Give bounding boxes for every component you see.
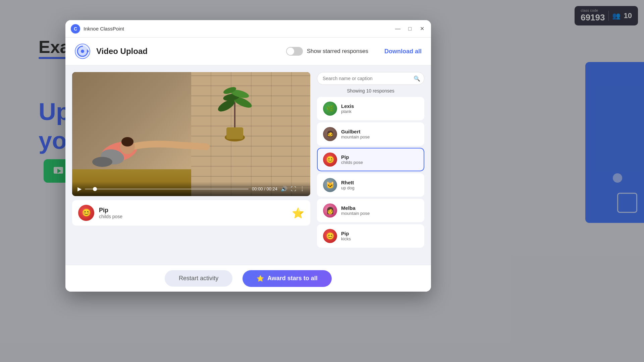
response-name: Lexis — [341, 103, 354, 109]
video-player[interactable]: ▶ 00:00 / 00:24 🔊 ⛶ ⋮ — [72, 72, 310, 196]
progress-dot — [93, 187, 97, 191]
video-controls: ▶ 00:00 / 00:24 🔊 ⛶ ⋮ — [72, 182, 310, 196]
response-caption: up dog — [341, 185, 355, 190]
download-all-button[interactable]: Download all — [384, 48, 422, 55]
responses-list: 🌿Lexisplank🧔Guilbertmountain pose😊Pipchi… — [317, 97, 424, 266]
starred-toggle[interactable] — [286, 47, 303, 56]
response-caption: plank — [341, 109, 354, 114]
response-name: Pip — [341, 154, 363, 160]
response-name: Pip — [341, 231, 351, 236]
award-star-icon: ⭐ — [257, 275, 264, 282]
maximize-button[interactable]: □ — [406, 25, 414, 33]
svg-point-8 — [92, 157, 112, 167]
response-avatar: 🧔 — [323, 127, 337, 141]
toggle-label: Show starred responses — [307, 48, 368, 55]
response-info: Melbamountain pose — [341, 205, 370, 216]
response-item[interactable]: 😊Pipkicks — [317, 224, 424, 248]
video-frame — [72, 72, 310, 196]
current-avatar: 😊 — [78, 205, 94, 221]
plant-decoration — [213, 75, 257, 142]
fullscreen-button[interactable]: ⛶ — [291, 186, 296, 192]
response-item[interactable]: 🌿Lexisplank — [317, 97, 424, 120]
response-info: Pipkicks — [341, 231, 351, 241]
person-silhouette — [92, 118, 233, 172]
response-name: Guilbert — [341, 129, 370, 134]
close-button[interactable]: ✕ — [418, 25, 426, 33]
search-icon[interactable]: 🔍 — [414, 75, 420, 82]
response-caption: kicks — [341, 236, 351, 241]
modal-titlebar: C Inknoe ClassPoint — □ ✕ — [65, 20, 431, 38]
response-caption: mountain pose — [341, 211, 370, 216]
response-info: Guilbertmountain pose — [341, 129, 370, 139]
app-icon: C — [71, 24, 80, 34]
response-info: Lexisplank — [341, 103, 354, 114]
current-video-caption: childs pose — [99, 214, 122, 219]
response-caption: childs pose — [341, 160, 363, 165]
current-video-info: 😊 Pip childs pose ⭐ — [72, 200, 310, 226]
modal-header: Video Upload Show starred responses Down… — [65, 38, 431, 65]
star-button[interactable]: ⭐ — [292, 207, 304, 219]
restart-button[interactable]: Restart activity — [165, 270, 232, 287]
search-bar: 🔍 — [317, 72, 424, 85]
response-name: Rhett — [341, 180, 355, 185]
video-section: ▶ 00:00 / 00:24 🔊 ⛶ ⋮ 😊 Pip chi — [72, 72, 310, 266]
response-item[interactable]: 🧔Guilbertmountain pose — [317, 122, 424, 146]
response-name: Melba — [341, 205, 370, 211]
svg-point-10 — [121, 137, 133, 146]
response-avatar: 👩 — [323, 203, 337, 218]
response-avatar: 🌿 — [323, 102, 337, 116]
play-button[interactable]: ▶ — [77, 186, 82, 192]
modal-body: ▶ 00:00 / 00:24 🔊 ⛶ ⋮ 😊 Pip chi — [65, 65, 431, 266]
app-name: Inknoe ClassPoint — [84, 26, 391, 32]
modal-footer: Restart activity ⭐ Award stars to all — [65, 265, 431, 292]
svg-point-5 — [81, 50, 84, 53]
toggle-area: Show starred responses — [286, 47, 368, 56]
current-video-name: Pip — [99, 207, 122, 214]
more-button[interactable]: ⋮ — [300, 186, 305, 192]
award-label: Award stars to all — [267, 275, 318, 282]
responses-count: Showing 10 responses — [317, 88, 424, 94]
response-info: Rhettup dog — [341, 180, 355, 190]
minimize-button[interactable]: — — [394, 25, 401, 33]
response-info: Pipchilds pose — [341, 154, 363, 165]
responses-section: 🔍 Showing 10 responses 🌿Lexisplank🧔Guilb… — [317, 72, 424, 266]
current-video-text: Pip childs pose — [99, 207, 122, 219]
award-stars-button[interactable]: ⭐ Award stars to all — [243, 270, 332, 287]
svg-rect-12 — [226, 127, 243, 139]
response-avatar: 😊 — [323, 153, 337, 167]
response-item[interactable]: 👩Melbamountain pose — [317, 199, 424, 222]
response-caption: mountain pose — [341, 134, 370, 139]
video-time: 00:00 / 00:24 — [252, 186, 277, 191]
modal-window: C Inknoe ClassPoint — □ ✕ Video Upload S… — [65, 20, 431, 292]
progress-bar[interactable] — [85, 188, 249, 190]
response-avatar: 😊 — [323, 229, 337, 243]
response-avatar: 🐱 — [323, 178, 337, 192]
modal-title: Video Upload — [96, 47, 280, 56]
video-upload-icon — [75, 44, 90, 59]
response-item[interactable]: 😊Pipchilds pose — [317, 148, 424, 171]
titlebar-controls: — □ ✕ — [394, 25, 426, 33]
search-input[interactable] — [317, 72, 424, 85]
volume-button[interactable]: 🔊 — [281, 186, 287, 192]
response-item[interactable]: 🐱Rhettup dog — [317, 173, 424, 197]
